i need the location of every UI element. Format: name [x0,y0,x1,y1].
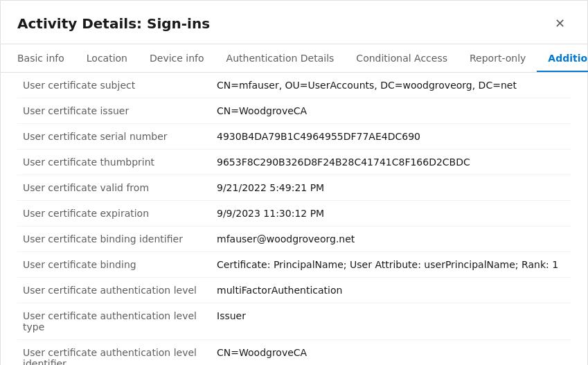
row-label: User certificate binding [17,252,211,278]
row-label: User certificate binding identifier [17,226,211,252]
tab-report-only[interactable]: Report-only [458,44,537,72]
row-label: User certificate authentication level [17,278,211,303]
table-row: User certificate issuerCN=WoodgroveCA [17,98,571,124]
tab-authentication-details[interactable]: Authentication Details [215,44,346,72]
row-label: User certificate expiration [17,201,211,226]
row-label: User certificate valid from [17,175,211,201]
dialog-title: Activity Details: Sign-ins [17,15,210,32]
dialog-header: Activity Details: Sign-ins ✕ [1,1,587,44]
row-label: User certificate thumbprint [17,150,211,175]
table-row: User certificate authentication level ty… [17,303,571,340]
table-row: User certificate expiration9/9/2023 11:3… [17,201,571,226]
tab-bar: Basic infoLocationDevice infoAuthenticat… [1,44,587,73]
row-value: 4930B4DA79B1C4964955DF77AE4DC690 [211,124,571,150]
tab-additional-details[interactable]: Additional Details [537,44,588,72]
row-label: User certificate issuer [17,98,211,124]
tab-conditional-access[interactable]: Conditional Access [345,44,458,72]
row-value: 9/21/2022 5:49:21 PM [211,175,571,201]
table-row: User certificate valid from9/21/2022 5:4… [17,175,571,201]
row-value: 9653F8C290B326D8F24B28C41741C8F166D2CBDC [211,150,571,175]
table-row: User certificate authentication level id… [17,340,571,366]
row-value: CN=mfauser, OU=UserAccounts, DC=woodgrov… [211,73,571,98]
row-value: CN=WoodgroveCA [211,340,571,366]
row-value: multiFactorAuthentication [211,278,571,303]
row-value: CN=WoodgroveCA [211,98,571,124]
tab-location[interactable]: Location [75,44,139,72]
table-row: User certificate thumbprint9653F8C290B32… [17,150,571,175]
activity-details-dialog: Activity Details: Sign-ins ✕ Basic infoL… [0,0,588,365]
tab-device-info[interactable]: Device info [139,44,215,72]
close-button[interactable]: ✕ [549,15,571,33]
table-row: User certificate serial number4930B4DA79… [17,124,571,150]
table-row: User certificate subjectCN=mfauser, OU=U… [17,73,571,98]
row-label: User certificate subject [17,73,211,98]
row-label: User certificate authentication level id… [17,340,211,366]
row-value: Certificate: PrincipalName; User Attribu… [211,252,571,278]
row-value: 9/9/2023 11:30:12 PM [211,201,571,226]
details-table: User certificate subjectCN=mfauser, OU=U… [17,73,571,365]
tab-basic-info[interactable]: Basic info [17,44,75,72]
row-value: mfauser@woodgroveorg.net [211,226,571,252]
row-label: User certificate serial number [17,124,211,150]
table-row: User certificate authentication levelmul… [17,278,571,303]
row-label: User certificate authentication level ty… [17,303,211,340]
row-value: Issuer [211,303,571,340]
table-row: User certificate binding identifiermfaus… [17,226,571,252]
content-area: User certificate subjectCN=mfauser, OU=U… [1,73,587,365]
table-row: User certificate bindingCertificate: Pri… [17,252,571,278]
